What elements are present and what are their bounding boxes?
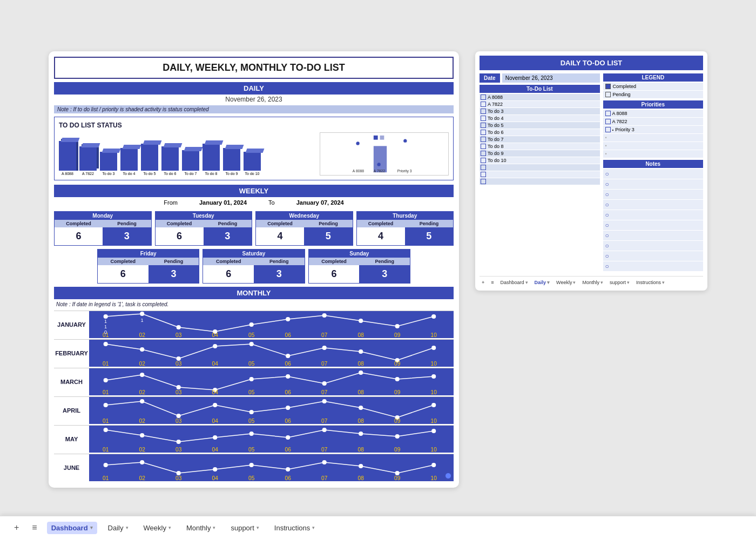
priority-checkbox-3[interactable]	[605, 127, 611, 132]
todo-checkbox-13[interactable]	[481, 179, 486, 184]
bar-cube-10	[244, 152, 261, 171]
todo-checkbox-11[interactable]	[481, 165, 486, 170]
todo-item-5[interactable]: To do 5	[480, 122, 600, 129]
day-monday-cols: Completed Pending 6 3	[55, 220, 151, 245]
svg-point-75	[104, 403, 108, 407]
toolbar-instructions-button[interactable]: Instructions ▾	[270, 522, 319, 534]
rp-weekly-button[interactable]: Weekly ▾	[554, 279, 578, 286]
rp-monthly-button[interactable]: Monthly ▾	[580, 279, 605, 286]
bar-label-5: To do 5	[144, 172, 156, 176]
bar-item-4: To do 4	[120, 148, 138, 176]
todo-text-3: To do 3	[488, 109, 504, 114]
left-panel: DAILY, WEEKLY, MONTHLY TO-DO LIST DAILY …	[49, 51, 459, 488]
todo-checkbox-1[interactable]	[481, 95, 486, 100]
todo-item-4[interactable]: To do 4	[480, 115, 600, 122]
bar-label-3: To do 3	[103, 172, 115, 176]
toolbar-daily-button[interactable]: Daily ▾	[104, 522, 133, 534]
svg-point-39	[249, 342, 254, 346]
day-monday-pending-val: 3	[103, 227, 151, 245]
todo-item-8[interactable]: To do 8	[480, 143, 600, 150]
todo-item-13[interactable]	[480, 178, 600, 185]
svg-point-19	[395, 324, 400, 328]
todo-item-3[interactable]: To do 3	[480, 108, 600, 114]
rp-daily-chevron: ▾	[547, 280, 550, 285]
svg-point-42	[359, 349, 363, 354]
day-card-sunday: Sunday Completed Pending 6 3	[308, 249, 410, 284]
month-chart-march: 01 02 03 04 05 06 07 08 09 10	[89, 368, 454, 395]
toolbar-dashboard-button[interactable]: Dashboard ▾	[47, 522, 97, 534]
rp-weekly-label: Weekly	[556, 280, 572, 285]
priority-checkbox-2[interactable]	[605, 119, 611, 124]
day-tuesday-pending-val: 3	[204, 227, 252, 245]
todo-item-11[interactable]	[480, 164, 600, 171]
day-saturday-header: Saturday	[203, 250, 304, 258]
priority-item-1: A 8088	[603, 110, 703, 117]
month-chart-april: 01 02 03 04 05 06 07 08 09 10	[89, 397, 454, 424]
todo-checkbox-12[interactable]	[481, 172, 486, 177]
rp-support-button[interactable]: support ▾	[608, 279, 632, 286]
todo-checkbox-10[interactable]	[481, 158, 486, 163]
todo-item-7[interactable]: To do 7	[480, 136, 600, 143]
todo-item-2[interactable]: A 7822	[480, 101, 600, 107]
svg-text:05: 05	[248, 361, 255, 367]
toolbar-weekly-button[interactable]: Weekly ▾	[139, 522, 176, 534]
svg-point-16	[286, 317, 290, 321]
toolbar-instructions-label: Instructions	[274, 524, 310, 532]
todo-item-10[interactable]: To do 10	[480, 157, 600, 164]
day-saturday-cols: Completed Pending 6 3	[203, 258, 304, 283]
svg-text:08: 08	[357, 332, 364, 338]
svg-point-59	[249, 377, 254, 381]
day-saturday-pending-val: 3	[254, 265, 305, 283]
svg-point-80	[286, 406, 290, 410]
todo-checkbox-4[interactable]	[481, 116, 486, 121]
todo-text-7: To do 7	[488, 137, 504, 142]
todo-checkbox-3[interactable]	[481, 109, 486, 114]
rp-dashboard-button[interactable]: Dashboard ▾	[498, 279, 530, 286]
menu-icon: ≡	[32, 523, 37, 532]
day-sunday-cols: Completed Pending 6 3	[309, 258, 410, 283]
toolbar-plus-button[interactable]: +	[11, 521, 22, 535]
daily-date: November 26, 2023	[54, 96, 454, 103]
toolbar-monthly-button[interactable]: Monthly ▾	[182, 522, 220, 534]
day-saturday-completed-val: 6	[203, 265, 254, 283]
rp-plus-button[interactable]: +	[480, 279, 487, 286]
day-thursday-pending-label: Pending	[405, 220, 453, 227]
bar-cube-7	[182, 150, 199, 171]
rp-instructions-button[interactable]: Instructions ▾	[634, 279, 667, 286]
toolbar-menu-button[interactable]: ≡	[29, 521, 40, 535]
todo-checkbox-7[interactable]	[481, 137, 486, 142]
toolbar-weekly-chevron: ▾	[168, 525, 171, 530]
todo-item-12[interactable]	[480, 171, 600, 178]
todo-item-1[interactable]: A 8088	[480, 94, 600, 100]
bar-cube-6	[161, 146, 179, 171]
priority-checkbox-1[interactable]	[605, 111, 611, 116]
legend-pending-text: Pending	[613, 92, 631, 97]
todo-item-6[interactable]: To do 6	[480, 129, 600, 136]
bar-top-9	[225, 145, 244, 149]
bar-label-1: A 8088	[62, 172, 73, 176]
to-label: To	[268, 199, 275, 206]
rp-daily-label: Daily	[535, 280, 546, 285]
todo-checkbox-9[interactable]	[481, 151, 486, 156]
todo-checkbox-5[interactable]	[481, 123, 486, 128]
svg-point-41	[322, 346, 327, 350]
svg-text:07: 07	[321, 361, 328, 367]
todo-checkbox-6[interactable]	[481, 130, 486, 135]
toolbar-support-button[interactable]: support ▾	[226, 522, 263, 534]
rp-support-label: support	[610, 280, 626, 285]
day-sunday-completed-label: Completed	[309, 258, 360, 265]
rp-menu-button[interactable]: ≡	[489, 279, 496, 286]
svg-text:04: 04	[212, 332, 218, 338]
monthly-row-february: FEBRUARY 01 0	[54, 339, 454, 367]
svg-text:10: 10	[430, 418, 437, 424]
day-card-thursday: Thursday Completed Pending 4 5	[356, 211, 454, 246]
bar-label-8: To do 8	[205, 172, 218, 176]
note-bullet-2: ○	[605, 180, 609, 188]
todo-checkbox-2[interactable]	[481, 102, 486, 107]
month-label-may: MAY	[54, 434, 89, 444]
svg-text:1: 1	[141, 318, 144, 323]
day-saturday-pending-label: Pending	[254, 258, 305, 265]
todo-item-9[interactable]: To do 9	[480, 150, 600, 157]
todo-checkbox-8[interactable]	[481, 144, 486, 149]
rp-daily-button[interactable]: Daily ▾	[532, 279, 552, 286]
